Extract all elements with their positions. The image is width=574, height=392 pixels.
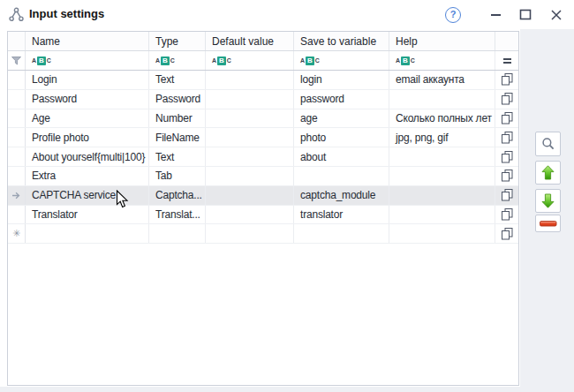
cell-name[interactable]: Password: [26, 90, 149, 109]
grid-header-row: NameTypeDefault valueSave to variableHel…: [8, 32, 518, 51]
cell-name[interactable]: About yourself{multi|100}: [26, 147, 149, 166]
cell-help[interactable]: Сколько полных лет: [389, 109, 495, 128]
cell-variable[interactable]: login: [294, 71, 389, 89]
cell-type[interactable]: Number: [149, 109, 206, 128]
cell-help[interactable]: [389, 224, 495, 243]
grid-filter-row: ABCABCABCABCABC: [8, 51, 518, 71]
cell-type[interactable]: Text: [149, 71, 206, 89]
cell-help[interactable]: [389, 186, 495, 205]
row-indicator-cell: [8, 186, 26, 205]
cell-variable[interactable]: captcha_module: [294, 186, 389, 205]
cell-help[interactable]: jpg, png, gif: [389, 128, 495, 147]
column-header-save-to-variable[interactable]: Save to variable: [294, 32, 389, 50]
copy-icon: [502, 132, 513, 144]
column-header-type[interactable]: Type: [149, 32, 206, 50]
text-filter-abc-icon[interactable]: ABC: [396, 57, 415, 65]
cell-help[interactable]: [389, 206, 495, 224]
filter-cell[interactable]: ABC: [389, 51, 495, 70]
cell-type[interactable]: Password: [149, 90, 206, 109]
filter-cell[interactable]: ABC: [206, 51, 294, 70]
cell-default-value[interactable]: [206, 147, 294, 166]
grid-data-row: CAPTCHA serviceCaptcha...captcha_module: [8, 186, 518, 206]
filter-funnel-cell[interactable]: [8, 51, 26, 70]
filter-cell[interactable]: ABC: [294, 51, 389, 70]
cell-name[interactable]: Extra: [26, 167, 149, 185]
copy-icon: [502, 73, 513, 86]
cell-type[interactable]: [149, 224, 206, 243]
copy-button[interactable]: [495, 109, 518, 128]
maximize-button[interactable]: [517, 0, 534, 29]
text-filter-abc-icon[interactable]: ABC: [155, 57, 175, 65]
text-filter-abc-icon[interactable]: ABC: [32, 57, 51, 65]
cell-name[interactable]: Login: [26, 71, 149, 89]
column-header-default-value[interactable]: Default value: [206, 32, 294, 50]
copy-button[interactable]: [495, 71, 518, 89]
cell-name[interactable]: Translator: [26, 206, 149, 224]
green-up-arrow-icon: [541, 165, 555, 180]
magnifier-icon: [541, 137, 555, 151]
copy-icon: [502, 208, 513, 221]
current-row-arrow-icon: [11, 191, 21, 200]
move-up-button[interactable]: [535, 161, 561, 185]
close-button[interactable]: [547, 0, 566, 29]
move-down-button[interactable]: [535, 189, 561, 213]
cell-name[interactable]: [26, 224, 149, 243]
cell-type[interactable]: Translat...: [149, 206, 206, 224]
copy-button[interactable]: [495, 206, 518, 224]
maximize-icon: [519, 9, 532, 20]
text-filter-abc-icon[interactable]: ABC: [212, 57, 231, 65]
row-indicator-cell: [8, 147, 26, 166]
column-header-name[interactable]: Name: [26, 32, 149, 50]
cell-default-value[interactable]: [206, 206, 294, 224]
filter-cell[interactable]: ABC: [149, 51, 206, 70]
cell-help[interactable]: email аккаунта: [389, 71, 495, 89]
filter-cell[interactable]: ABC: [26, 51, 149, 70]
help-button[interactable]: ?: [444, 0, 462, 29]
copy-button[interactable]: [495, 147, 518, 166]
cell-default-value[interactable]: [206, 224, 294, 243]
cell-variable[interactable]: translator: [294, 206, 389, 224]
cell-variable[interactable]: about: [294, 147, 389, 166]
grid-data-row: ExtraTab: [8, 167, 518, 186]
cell-type[interactable]: Captcha...: [149, 186, 206, 205]
minimize-icon: [490, 13, 502, 17]
column-header-help[interactable]: Help: [389, 32, 495, 50]
row-indicator-cell: [8, 109, 26, 128]
cell-variable[interactable]: photo: [294, 128, 389, 147]
row-indicator-cell: [8, 206, 26, 224]
cell-variable[interactable]: [294, 224, 389, 243]
cell-default-value[interactable]: [206, 109, 294, 128]
copy-button[interactable]: [495, 128, 518, 147]
cell-default-value[interactable]: [206, 167, 294, 185]
cell-name[interactable]: CAPTCHA service: [26, 186, 149, 205]
filter-equals-cell[interactable]: [495, 51, 518, 70]
cell-default-value[interactable]: [206, 186, 294, 205]
minimize-button[interactable]: [487, 0, 504, 29]
cell-default-value[interactable]: [206, 128, 294, 147]
remove-row-button[interactable]: [535, 215, 561, 232]
cell-default-value[interactable]: [206, 90, 294, 109]
cell-name[interactable]: Profile photo: [26, 128, 149, 147]
cell-type[interactable]: Text: [149, 147, 206, 166]
cell-type[interactable]: Tab: [149, 167, 206, 185]
input-settings-dialog: { "window": { "title": "Input settings",…: [0, 0, 574, 392]
copy-button[interactable]: [495, 90, 518, 109]
copy-button[interactable]: [495, 167, 518, 185]
cell-help[interactable]: [389, 147, 495, 166]
cell-variable[interactable]: password: [294, 90, 389, 109]
cell-type[interactable]: FileName: [149, 128, 206, 147]
green-down-arrow-icon: [541, 193, 555, 208]
text-filter-abc-icon[interactable]: ABC: [300, 57, 320, 65]
cell-default-value[interactable]: [206, 71, 294, 89]
search-button[interactable]: [535, 132, 561, 156]
cell-variable[interactable]: [294, 167, 389, 185]
equals-filter-icon[interactable]: [503, 57, 511, 65]
cell-help[interactable]: [389, 90, 495, 109]
row-indicator-cell: [8, 167, 26, 185]
cell-help[interactable]: [389, 167, 495, 185]
cell-name[interactable]: Age: [26, 109, 149, 128]
copy-button[interactable]: [495, 224, 518, 243]
titlebar: Input settings ?: [0, 0, 574, 29]
copy-button[interactable]: [495, 186, 518, 205]
cell-variable[interactable]: age: [294, 109, 389, 128]
